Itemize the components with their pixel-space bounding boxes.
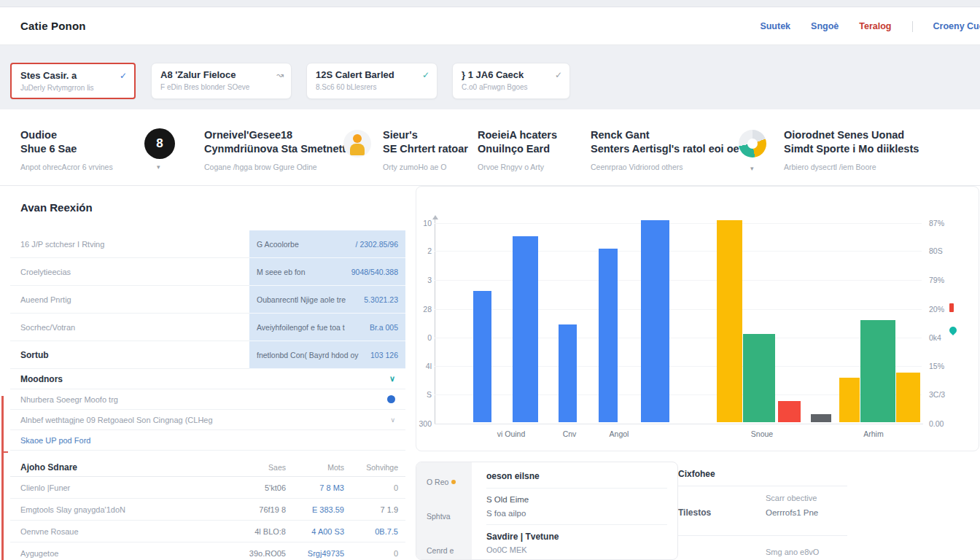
info-panel-header: Cixfohee bbox=[678, 469, 715, 479]
divider bbox=[678, 535, 847, 536]
bar-chart-panel: 1087%280S379%2820%00k44l15%S3C/33000.00v… bbox=[416, 186, 979, 451]
section-row[interactable]: Moodnors ∨ bbox=[10, 369, 405, 389]
nav-link-1[interactable]: Suutek bbox=[760, 21, 790, 31]
card-subtitle: JuDerly Rvtymgrron lis bbox=[20, 84, 127, 92]
feature-subtitle: Cogane /hgga brow Ggure Odine bbox=[204, 163, 351, 171]
row-metric: M seee eb fon bbox=[257, 268, 306, 276]
stat-card[interactable]: 12S Calert Barled ✓ 8.Sc6 60 bLlesrers bbox=[306, 63, 438, 99]
sidebar-item[interactable]: O Reo bbox=[416, 472, 472, 491]
y-axis-tick-left: 4l bbox=[416, 362, 432, 370]
nav-link-3[interactable]: Teralog bbox=[859, 21, 891, 31]
cell-mots[interactable]: 4 A00 S3 bbox=[286, 527, 344, 536]
list-item[interactable]: Nhurbera Soeegr Moofo trg bbox=[10, 389, 405, 410]
x-axis-label: Snoue bbox=[733, 429, 791, 438]
detail-line: S foa ailpo bbox=[486, 509, 667, 518]
section-label: Moodnors bbox=[20, 374, 63, 384]
info-panel: Cixfohee Scarr obective Tilestos Oerrrof… bbox=[678, 462, 980, 560]
row-label: Croelytieecias bbox=[10, 258, 249, 286]
x-axis-label: Arhim bbox=[844, 429, 903, 438]
feature-item-3[interactable]: Sieur's SE Chrtert ratoar Orty zumoHo ae… bbox=[383, 128, 468, 171]
list-item-label: Nhurbera Soeegr Moofo trg bbox=[20, 395, 118, 404]
stat-card-highlighted[interactable]: Stes Casir. a ✓ JuDerly Rvtymgrron lis bbox=[10, 63, 136, 99]
detail-panel-content: oeson eilsne S Old Eime S foa ailpo Savd… bbox=[472, 462, 677, 559]
feature-title-line1: Oiorodnet Senes Uonad bbox=[784, 129, 904, 141]
stat-card[interactable]: } 1 JA6 Caeck ✓ C.o0 aFnwgn Bgoes bbox=[452, 63, 570, 99]
detail-panel: O Reo Sphtva Cenrd e oeson eilsne S Old … bbox=[416, 462, 678, 560]
row-metric: fnetlonbd Con( Bayrd hdod oy bbox=[257, 351, 359, 359]
check-icon: ✓ bbox=[120, 71, 127, 80]
feature-title-line1: Sieur's bbox=[383, 129, 418, 141]
check-icon: ✓ bbox=[422, 71, 429, 79]
annotation-tick bbox=[1, 451, 8, 453]
card-subtitle: 8.Sc6 60 bLlesrers bbox=[316, 83, 429, 91]
table-row: Sortub fnetlonbd Con( Bayrd hdod oy 103 … bbox=[10, 341, 405, 369]
table-row: Socrhec/Votran Aveiyhfoilengof e fue toa… bbox=[10, 314, 405, 341]
table-header-row: Ajoho Sdnare Saes Mots Sohvihge bbox=[10, 458, 405, 477]
feature-item-4[interactable]: RoeieiA hcaters Onuilnço Eard Orvoe Rngy… bbox=[478, 128, 557, 171]
y-axis-line bbox=[435, 219, 435, 424]
cell-savings[interactable]: 0B.7.5 bbox=[344, 527, 405, 536]
info-line: Scarr obective bbox=[766, 494, 817, 502]
y-axis-tick-right: 20% bbox=[929, 305, 962, 314]
info-dot-icon[interactable] bbox=[387, 395, 395, 403]
detail-line: S Old Eime bbox=[486, 495, 667, 504]
link-text[interactable]: Skaoe UP pod Ford bbox=[20, 436, 90, 445]
header-sales: Saes bbox=[228, 463, 286, 472]
list-item-link[interactable]: Skaoe UP pod Ford bbox=[10, 430, 405, 451]
row-cell: fnetlonbd Con( Bayrd hdod oy 103 126 bbox=[249, 341, 405, 369]
stat-card[interactable]: A8 'Zalur Fieloce ↝ F eDin Bres blonder … bbox=[151, 63, 292, 99]
cell-sales: 39o.RO05 bbox=[228, 549, 286, 558]
nav-link-2[interactable]: Sngoè bbox=[811, 21, 839, 31]
chart-bar bbox=[641, 220, 669, 422]
row-value[interactable]: 9048/540.388 bbox=[351, 268, 398, 276]
x-axis-label: vi Ouind bbox=[482, 429, 540, 438]
row-value[interactable]: 5.3021.23 bbox=[364, 295, 398, 304]
chevron-down-icon[interactable]: ▾ bbox=[157, 163, 160, 171]
chart-bar bbox=[559, 324, 577, 422]
row-label: Sortub bbox=[10, 341, 249, 369]
feature-item-5[interactable]: Renck Gant Senters Aertisgl's ratol eoi … bbox=[591, 128, 739, 171]
expandable-list: Moodnors ∨ Nhurbera Soeegr Moofo trg Aln… bbox=[10, 369, 405, 451]
divider bbox=[486, 524, 667, 525]
y-axis-arrow bbox=[432, 215, 438, 219]
list-item[interactable]: Alnbef wethtagjne 09 Retgoaeol Son Cingn… bbox=[10, 410, 405, 430]
chevron-down-icon[interactable]: ∨ bbox=[390, 416, 395, 424]
feature-item-1[interactable]: Oudioe Shue 6 Sae Anpot ohrecAcror 6 vrv… bbox=[20, 128, 113, 171]
row-label: 16 J/P sctchesr I Rtving bbox=[10, 230, 249, 258]
row-cell: Aveiyhfoilengof e fue toa t Br.a 005 bbox=[249, 314, 405, 341]
header-name: Ajoho Sdnare bbox=[10, 462, 228, 472]
cell-mots[interactable]: 7 8 M3 bbox=[286, 483, 344, 492]
gridline bbox=[435, 338, 922, 338]
card-subtitle: F eDin Bres blonder SOeve bbox=[160, 83, 284, 91]
y-axis-tick-left: 3 bbox=[416, 276, 432, 284]
feature-title-line2: Onuilnço Eard bbox=[478, 143, 550, 155]
cell-mots[interactable]: E 383.59 bbox=[286, 505, 344, 514]
number-badge-icon: 8 bbox=[144, 128, 175, 159]
feature-title-line2: Simdt Sporte i Mo diiklests bbox=[784, 143, 919, 155]
y-axis-tick-right: 15% bbox=[929, 362, 962, 370]
chevron-down-icon[interactable]: ∨ bbox=[389, 374, 395, 384]
y-axis-tick-left: 2 bbox=[416, 246, 432, 255]
header-mots: Mots bbox=[286, 463, 344, 472]
row-value[interactable]: Br.a 005 bbox=[370, 323, 398, 332]
y-axis-tick-right: 3C/3 bbox=[929, 390, 962, 399]
sidebar-item[interactable]: Cenrd e bbox=[416, 541, 472, 560]
chevron-down-icon[interactable]: ▾ bbox=[750, 165, 754, 172]
feature-item-2[interactable]: Orneivel'Gesee18 Cynmdriünova Sta Smetne… bbox=[204, 128, 351, 171]
sidebar-item[interactable]: Sphtva bbox=[416, 507, 472, 526]
nav-link-4[interactable]: Croeny Cuon bbox=[933, 21, 980, 31]
sidebar-item-label: O Reo bbox=[427, 478, 448, 486]
feature-item-6[interactable]: Oiorodnet Senes Uonad Simdt Sporte i Mo … bbox=[784, 128, 919, 171]
row-label: Socrhec/Votran bbox=[10, 314, 249, 341]
row-value[interactable]: / 2302.85/96 bbox=[356, 240, 398, 249]
detail-header: oeson eilsne bbox=[486, 471, 667, 481]
cell-mots[interactable]: Srgj49735 bbox=[286, 549, 344, 558]
gridline bbox=[435, 309, 922, 310]
row-label: Aueend Pnrtig bbox=[10, 286, 249, 314]
feature-title-line1: RoeieiA hcaters bbox=[478, 129, 557, 141]
y-axis-tick-right: 0k4 bbox=[929, 333, 962, 342]
info-footer: Smg ano e8vO bbox=[766, 548, 819, 556]
annotation-line bbox=[1, 396, 4, 560]
y-axis-tick-right: 87% bbox=[929, 219, 962, 228]
row-value[interactable]: 103 126 bbox=[370, 351, 398, 359]
